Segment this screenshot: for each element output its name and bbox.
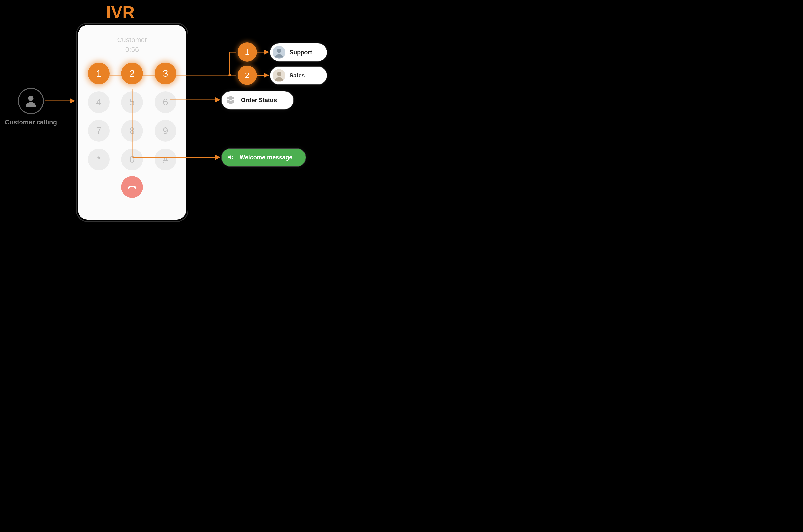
target-support-label: Support [289, 49, 312, 56]
key-5[interactable]: 5 [121, 91, 143, 113]
key-8[interactable]: 8 [121, 120, 143, 141]
key-4[interactable]: 4 [88, 91, 110, 113]
target-support: Support [270, 43, 327, 61]
speaker-icon [227, 153, 236, 162]
key-hash[interactable]: # [154, 149, 176, 170]
sub-option-1: 1 [238, 42, 257, 62]
avatar-icon [273, 46, 286, 59]
caller-label: Customer calling [0, 118, 62, 126]
target-order-status: Order Status [222, 91, 293, 109]
target-sales: Sales [270, 66, 327, 84]
key-0[interactable]: 0 [121, 149, 143, 170]
key-2[interactable]: 2 [121, 63, 143, 84]
target-welcome-label: Welcome message [239, 154, 292, 161]
target-order-status-label: Order Status [241, 97, 277, 103]
key-star[interactable]: * [88, 149, 110, 170]
svg-point-0 [29, 96, 34, 101]
key-3[interactable]: 3 [154, 63, 176, 84]
svg-point-4 [277, 72, 281, 76]
svg-point-2 [277, 49, 281, 53]
person-icon [23, 94, 38, 108]
key-6[interactable]: 6 [154, 91, 176, 113]
sub-option-2: 2 [238, 65, 257, 85]
call-duration: 0:56 [87, 45, 178, 54]
hangup-button[interactable] [121, 176, 143, 198]
keypad: 1 2 3 4 5 6 7 8 9 * 0 # [87, 63, 178, 170]
target-welcome-message: Welcome message [222, 149, 306, 166]
caller-avatar [18, 88, 44, 114]
phone-hangup-icon [127, 182, 138, 192]
caller-name: Customer [87, 35, 178, 45]
call-header: Customer 0:56 [87, 35, 178, 54]
phone-frame: Customer 0:56 1 2 3 4 5 6 7 8 9 * 0 # [76, 24, 188, 221]
key-9[interactable]: 9 [154, 120, 176, 141]
key-1[interactable]: 1 [88, 63, 110, 84]
key-7[interactable]: 7 [88, 120, 110, 141]
box-icon [224, 94, 237, 107]
diagram-title: IVR [106, 2, 135, 22]
avatar-icon [273, 69, 286, 82]
svg-point-7 [229, 74, 231, 76]
target-sales-label: Sales [289, 72, 305, 79]
